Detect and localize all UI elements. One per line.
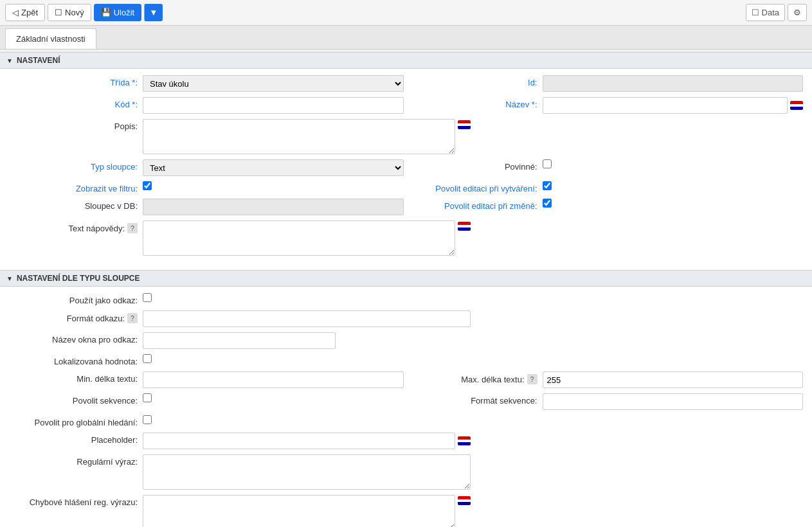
delka-textu-row: Min. délka textu: Max. délka textu: ? [9,371,803,388]
placeholder-label: Placeholder: [9,433,138,445]
gear-icon: ⚙ [793,8,801,17]
save-icon: 💾 [101,8,111,17]
format-odkazu-input[interactable] [143,310,471,327]
nastaveni-dle-typu-section-title: NASTAVENÍ DLE TYPU SLOUPCE [17,274,140,283]
nastaveni-section-body: Třída *: Stav úkolu Id: Kód *: Název *: [0,69,812,267]
povolit-editaci-vytvareni-checkbox[interactable] [543,181,552,190]
back-icon: ◁ [12,8,19,17]
data-label: Data [762,8,779,17]
lokalizovana-row: Lokalizovaná hodnota: [9,354,803,366]
tab-zakladni-vlastnosti[interactable]: Základní vlastnosti [5,28,96,49]
trida-label: Třída *: [9,75,138,87]
id-label: Id: [409,75,537,87]
trida-row: Třída *: Stav úkolu Id: [9,75,803,92]
min-delka-input[interactable] [143,371,404,388]
placeholder-input[interactable] [143,433,455,449]
pouzit-odkaz-checkbox[interactable] [143,293,152,302]
placeholder-flag-icon [458,436,471,445]
nazev-input[interactable] [543,97,788,114]
toolbar: ◁ Zpět ☐ Nový 💾 Uložit ▼ ☐ Data ⚙ [0,0,812,26]
format-odkazu-row: Formát odkazu: ? [9,310,803,327]
regularni-vyraz-row: Regulární výraz: [9,454,803,490]
new-icon: ☐ [55,8,62,17]
globalni-hledani-checkbox[interactable] [143,415,152,424]
zobrazit-filtru-label: Zobrazit ve filtru: [9,181,138,193]
format-odkazu-help-icon[interactable]: ? [127,313,138,323]
popis-label: Popis: [9,119,138,131]
text-napovedy-flag-icon [458,222,471,231]
kod-label: Kód *: [9,97,138,109]
typ-sloupce-label: Typ sloupce: [9,159,138,172]
typ-sloupce-row: Typ sloupce: Text Povinné: [9,159,803,176]
lokalizovana-checkbox[interactable] [143,354,152,363]
chybove-hlaseni-flag-icon [458,496,471,505]
format-sekvence-input[interactable] [543,393,804,410]
toolbar-right: ☐ Data ⚙ [746,4,807,21]
id-input[interactable] [543,75,804,92]
povinne-checkbox[interactable] [543,159,552,168]
chybove-hlaseni-row: Chybové hlášení reg. výrazu: [9,495,803,527]
save-label: Uložit [114,8,135,17]
sekvence-row: Povolit sekvence: Formát sekvence: [9,393,803,410]
popis-row: Popis: [9,119,803,154]
chybove-hlaseni-textarea[interactable] [143,495,455,527]
max-delka-input[interactable] [543,371,804,388]
nastaveni-section-header[interactable]: ▼ NASTAVENÍ [0,52,812,69]
lokalizovana-label: Lokalizovaná hodnota: [9,354,138,366]
text-napovedy-row: Text nápovědy: ? [9,220,803,256]
format-sekvence-label: Formát sekvence: [409,393,537,406]
regularni-vyraz-label: Regulární výraz: [9,454,138,467]
main-content: ▼ NASTAVENÍ Třída *: Stav úkolu Id: Kód … [0,52,812,527]
kod-input[interactable] [143,97,404,114]
sloupec-db-row: Sloupec v DB: Povolit editaci při změně: [9,199,803,215]
new-button[interactable]: ☐ Nový [48,4,91,21]
nastaveni-chevron: ▼ [6,57,13,64]
save-button[interactable]: 💾 Uložit [94,4,142,21]
placeholder-row: Placeholder: [9,433,803,449]
povolit-sekvence-label: Povolit sekvence: [9,393,138,406]
povolit-editaci-zmene-label: Povolit editaci při změně: [409,199,537,211]
text-napovedy-label: Text nápovědy: ? [9,220,138,233]
max-delka-help-icon[interactable]: ? [527,374,537,384]
back-button[interactable]: ◁ Zpět [5,4,45,21]
save-dropdown-button[interactable]: ▼ [144,4,163,21]
text-napovedy-textarea[interactable] [143,220,455,256]
povinne-label: Povinné: [409,159,537,172]
povolit-editaci-vytvareni-label: Povolit editaci při vytváření: [409,181,537,193]
nastaveni-section-title: NASTAVENÍ [17,56,60,65]
sloupec-db-label: Sloupec v DB: [9,199,138,211]
globalni-hledani-row: Povolit pro globální hledání: [9,415,803,427]
format-odkazu-label: Formát odkazu: ? [9,310,138,323]
tabs-bar: Základní vlastnosti [0,26,812,49]
nazev-okna-label: Název okna pro odkaz: [9,332,138,344]
min-delka-label: Min. délka textu: [9,371,138,384]
zobrazit-filtru-row: Zobrazit ve filtru: Povolit editaci při … [9,181,803,193]
sloupec-db-input[interactable] [143,199,404,215]
zobrazit-filtru-checkbox[interactable] [143,181,152,190]
nastaveni-dle-typu-section-body: Použít jako odkaz: Formát odkazu: ? Náze… [0,287,812,527]
globalni-hledani-label: Povolit pro globální hledání: [9,415,138,427]
data-button[interactable]: ☐ Data [746,4,785,21]
chybove-hlaseni-label: Chybové hlášení reg. výrazu: [9,495,138,507]
nazev-label: Název *: [409,97,537,109]
nastaveni-dle-typu-section-header[interactable]: ▼ NASTAVENÍ DLE TYPU SLOUPCE [0,270,812,287]
back-label: Zpět [21,8,38,17]
povolit-sekvence-checkbox[interactable] [143,393,152,402]
trida-select[interactable]: Stav úkolu [143,75,404,92]
pouzit-odkaz-row: Použít jako odkaz: [9,293,803,305]
new-label: Nový [65,8,84,17]
popis-textarea[interactable] [143,119,455,154]
typ-sloupce-select[interactable]: Text [143,159,404,176]
popis-flag-icon [458,120,471,129]
kod-row: Kód *: Název *: [9,97,803,114]
nazev-okna-input[interactable] [143,332,336,349]
regularni-vyraz-textarea[interactable] [143,454,471,490]
settings-button[interactable]: ⚙ [788,4,807,21]
max-delka-label: Max. délka textu: ? [409,371,537,384]
nazev-okna-row: Název okna pro odkaz: [9,332,803,349]
pouzit-odkaz-label: Použít jako odkaz: [9,293,138,305]
data-icon: ☐ [752,8,759,17]
povolit-editaci-zmene-checkbox[interactable] [543,199,552,208]
text-napovedy-help-icon[interactable]: ? [127,223,138,233]
nazev-flag-icon [790,101,803,110]
